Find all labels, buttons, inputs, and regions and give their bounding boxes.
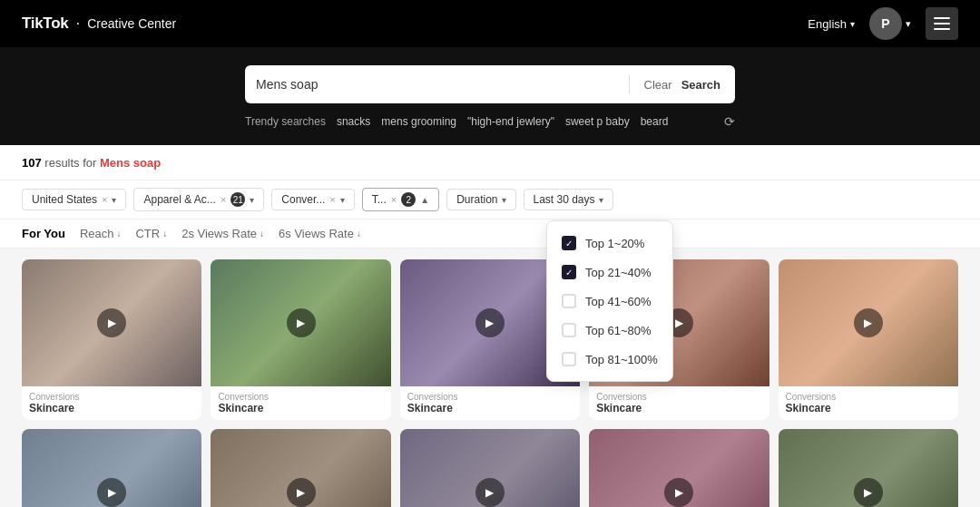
- filter-us-label: United States: [32, 193, 97, 206]
- menu-line-1: [934, 17, 950, 19]
- trendy-tag-jewelry[interactable]: "high-end jewlery": [467, 115, 554, 128]
- video-card[interactable]: ▶ Conversions Skincare: [211, 259, 390, 420]
- dropdown-checkbox[interactable]: [562, 294, 576, 308]
- video-info: Conversions Skincare: [400, 386, 580, 420]
- trendy-tag-beard[interactable]: beard: [641, 115, 669, 128]
- play-button[interactable]: ▶: [854, 478, 883, 507]
- tab-reach-label: Reach: [80, 227, 114, 240]
- language-chevron-icon: ▾: [850, 19, 855, 29]
- filter-apparel-count: 21: [230, 192, 245, 207]
- video-card[interactable]: ▶ Conversions Skincare: [211, 429, 390, 507]
- video-card[interactable]: ▶ Conversions Skincare: [22, 429, 201, 507]
- trendy-label: Trendy searches: [245, 115, 326, 128]
- dropdown-item[interactable]: Top 81~100%: [547, 345, 672, 374]
- video-card[interactable]: ▶ Conversions Skincare: [22, 259, 201, 420]
- avatar-chevron-icon[interactable]: ▾: [906, 18, 911, 30]
- filter-last30-chevron-icon[interactable]: ▾: [599, 195, 603, 205]
- play-button[interactable]: ▶: [287, 478, 316, 507]
- results-bar: 107 results for Mens soap: [0, 145, 980, 180]
- language-selector[interactable]: English ▾: [808, 17, 855, 31]
- video-card[interactable]: ▶ Conversions Skincare: [779, 259, 958, 420]
- avatar-wrapper: P ▾: [869, 7, 911, 40]
- video-grid: ▶ Conversions Skincare ▶ Conversions Ski…: [0, 249, 980, 507]
- dropdown-item[interactable]: Top 41~60%: [547, 287, 672, 316]
- dropdown-item[interactable]: Top 61~80%: [547, 316, 672, 345]
- search-divider: [629, 75, 630, 93]
- play-button[interactable]: ▶: [664, 478, 693, 507]
- video-info: Conversions Skincare: [589, 386, 769, 420]
- filter-conversions-label: Conver...: [281, 193, 325, 206]
- avatar-button[interactable]: P: [869, 7, 902, 40]
- tab-reach-arrow-icon: ↓: [116, 229, 121, 239]
- filter-conversions-chevron-icon[interactable]: ▾: [340, 195, 345, 205]
- filter-us-chevron-icon[interactable]: ▾: [112, 195, 116, 205]
- logo-dot: ·: [75, 15, 80, 33]
- video-title: Skincare: [218, 402, 383, 414]
- menu-line-3: [934, 28, 950, 30]
- tab-ctr[interactable]: CTR ↓: [135, 227, 167, 240]
- video-title: Skincare: [29, 402, 194, 414]
- video-category: Conversions: [596, 392, 761, 402]
- play-button[interactable]: ▶: [97, 478, 126, 507]
- search-input[interactable]: [256, 77, 620, 92]
- dropdown-checkbox[interactable]: [562, 352, 576, 366]
- filter-last30[interactable]: Last 30 days ▾: [524, 189, 613, 210]
- trendy-tag-snacks[interactable]: snacks: [337, 115, 370, 128]
- video-card[interactable]: ▶ Conversions Skincare: [779, 429, 958, 507]
- filter-duration-label: Duration: [456, 193, 497, 206]
- filter-top-remove-icon[interactable]: ×: [391, 194, 397, 205]
- filter-top[interactable]: T... × 2 ▲: [362, 188, 439, 211]
- video-title: Skincare: [596, 402, 761, 414]
- tab-2s-views[interactable]: 2s Views Rate ↓: [181, 227, 264, 240]
- play-button[interactable]: ▶: [97, 308, 126, 337]
- dropdown-checkbox[interactable]: [562, 323, 576, 337]
- filter-duration[interactable]: Duration ▾: [446, 189, 515, 210]
- filter-apparel-remove-icon[interactable]: ×: [220, 194, 226, 205]
- tab-6s-views[interactable]: 6s Views Rate ↓: [279, 227, 361, 240]
- video-card[interactable]: ▶ Conversions Skincare: [400, 429, 580, 507]
- video-title: Skincare: [786, 402, 951, 414]
- language-label: English: [808, 17, 847, 31]
- trendy-tag-grooming[interactable]: mens grooming: [381, 115, 456, 128]
- video-card[interactable]: ▶ Conversions Skincare: [589, 429, 769, 507]
- video-thumbnail: ▶: [779, 259, 958, 386]
- filter-conversions[interactable]: Conver... × ▾: [271, 189, 354, 210]
- video-thumbnail: ▶: [211, 259, 390, 386]
- filter-conversions-remove-icon[interactable]: ×: [329, 194, 335, 205]
- dropdown-item-label: Top 41~60%: [585, 295, 652, 308]
- search-button[interactable]: Search: [678, 78, 724, 92]
- play-button[interactable]: ▶: [854, 308, 883, 337]
- filter-united-states[interactable]: United States × ▾: [22, 189, 126, 210]
- filter-top-chevron-icon[interactable]: ▲: [420, 195, 429, 205]
- tab-for-you[interactable]: For You: [22, 227, 65, 240]
- header-left: TikTok · Creative Center: [22, 15, 176, 33]
- search-section: Clear Search Trendy searches snacks mens…: [0, 47, 980, 145]
- play-button[interactable]: ▶: [287, 308, 316, 337]
- filter-row: United States × ▾ Apparel & Ac... × 21 ▾…: [0, 180, 980, 219]
- refresh-icon[interactable]: ⟳: [724, 114, 735, 129]
- dropdown-checkbox[interactable]: [562, 236, 576, 250]
- results-prefix: results for: [44, 156, 96, 170]
- dropdown-item-label: Top 61~80%: [585, 324, 652, 337]
- video-thumbnail: ▶: [589, 429, 769, 507]
- tab-6s-label: 6s Views Rate: [279, 227, 354, 240]
- clear-button[interactable]: Clear: [639, 78, 678, 92]
- play-button[interactable]: ▶: [475, 478, 505, 507]
- dropdown-item[interactable]: Top 21~40%: [547, 258, 672, 287]
- menu-button[interactable]: [926, 7, 958, 40]
- dropdown-checkbox[interactable]: [562, 265, 576, 279]
- filter-apparel[interactable]: Apparel & Ac... × 21 ▾: [133, 188, 264, 211]
- header-right: English ▾ P ▾: [808, 7, 958, 40]
- play-button[interactable]: ▶: [475, 308, 505, 337]
- filter-us-remove-icon[interactable]: ×: [102, 194, 107, 205]
- filter-duration-chevron-icon[interactable]: ▾: [502, 195, 506, 205]
- dropdown-item[interactable]: Top 1~20%: [547, 229, 672, 258]
- filter-apparel-chevron-icon[interactable]: ▾: [250, 195, 254, 205]
- filter-top-count: 2: [401, 192, 416, 207]
- logo-subtitle: Creative Center: [87, 16, 176, 31]
- tab-reach[interactable]: Reach ↓: [80, 227, 122, 240]
- video-info: Conversions Skincare: [22, 386, 201, 420]
- video-category: Conversions: [29, 392, 194, 402]
- trendy-tag-baby[interactable]: sweet p baby: [565, 115, 630, 128]
- video-thumbnail: ▶: [211, 429, 390, 507]
